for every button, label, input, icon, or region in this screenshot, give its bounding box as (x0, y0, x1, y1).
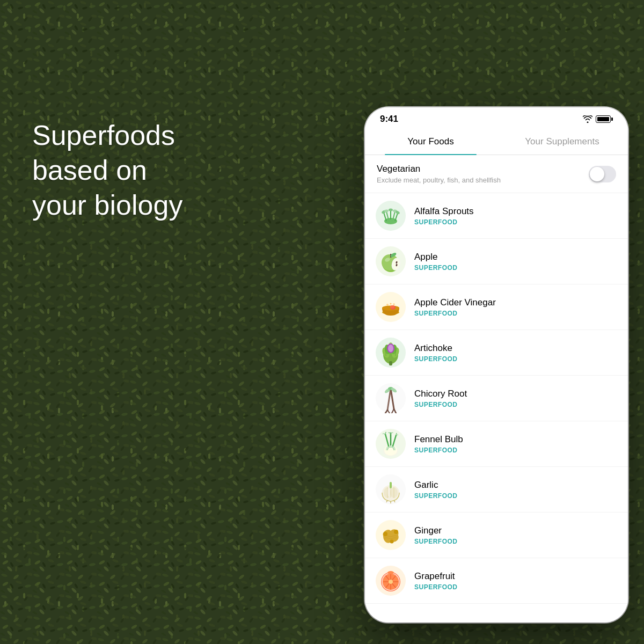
food-info-acv: Apple Cider Vinegar SUPERFOOD (414, 297, 496, 317)
wifi-icon (583, 115, 592, 123)
food-item-ginger[interactable]: Ginger SUPERFOOD (365, 513, 628, 558)
food-item-acv[interactable]: Apple Cider Vinegar SUPERFOOD (365, 284, 628, 330)
food-item-apple[interactable]: Apple SUPERFOOD (365, 239, 628, 284)
food-badge-ginger: SUPERFOOD (414, 538, 458, 545)
food-info-fennel: Fennel Bulb SUPERFOOD (414, 434, 463, 454)
hero-text-block: Superfoods based on your biology (32, 118, 182, 223)
food-badge-chicory: SUPERFOOD (414, 401, 467, 408)
vegetarian-text: Vegetarian Exclude meat, poultry, fish, … (377, 164, 501, 184)
svg-point-84 (383, 532, 387, 536)
food-info-garlic: Garlic SUPERFOOD (414, 480, 458, 500)
food-image-chicory (376, 383, 406, 413)
food-item-artichoke[interactable]: Artichoke SUPERFOOD (365, 330, 628, 376)
svg-point-96 (387, 571, 394, 574)
food-name-apple: Apple (414, 252, 458, 262)
food-image-acv (376, 292, 406, 322)
food-badge-alfalfa: SUPERFOOD (414, 218, 474, 226)
toggle-thumb (590, 167, 604, 181)
svg-point-51 (388, 345, 393, 352)
hero-line3: your biology (32, 189, 182, 221)
svg-rect-52 (389, 361, 392, 365)
food-info-artichoke: Artichoke SUPERFOOD (414, 343, 458, 363)
food-badge-artichoke: SUPERFOOD (414, 355, 458, 363)
food-image-ginger (376, 520, 406, 550)
status-time: 9:41 (380, 114, 398, 125)
tab-your-supplements[interactable]: Your Supplements (496, 129, 628, 155)
svg-point-22 (389, 209, 393, 211)
food-name-chicory: Chicory Root (414, 389, 467, 399)
food-name-acv: Apple Cider Vinegar (414, 297, 496, 308)
svg-point-38 (386, 304, 389, 306)
tabs-container: Your Foods Your Supplements (365, 129, 628, 155)
food-name-grapefruit: Grapefruit (414, 571, 458, 582)
svg-point-86 (390, 540, 394, 544)
food-item-garlic[interactable]: Garlic SUPERFOOD (365, 467, 628, 513)
food-info-ginger: Ginger SUPERFOOD (414, 525, 458, 545)
food-info-grapefruit: Grapefruit SUPERFOOD (414, 571, 458, 591)
food-name-artichoke: Artichoke (414, 343, 458, 354)
svg-point-94 (389, 580, 393, 584)
svg-rect-79 (390, 482, 392, 488)
svg-point-42 (390, 305, 394, 309)
food-badge-grapefruit: SUPERFOOD (414, 583, 458, 591)
vegetarian-subtitle: Exclude meat, poultry, fish, and shellfi… (377, 176, 501, 184)
food-badge-acv: SUPERFOOD (414, 310, 496, 317)
vegetarian-title: Vegetarian (377, 164, 501, 174)
food-image-alfalfa (376, 201, 406, 231)
tab-your-foods[interactable]: Your Foods (365, 129, 496, 155)
food-image-garlic (376, 474, 406, 504)
food-badge-garlic: SUPERFOOD (414, 492, 458, 500)
food-item-grapefruit[interactable]: Grapefruit SUPERFOOD (365, 558, 628, 604)
hero-line2: based on (32, 155, 147, 186)
food-image-grapefruit (376, 566, 406, 596)
food-name-ginger: Ginger (414, 525, 458, 536)
status-bar: 9:41 (365, 107, 628, 129)
vegetarian-row: Vegetarian Exclude meat, poultry, fish, … (365, 155, 628, 193)
svg-point-85 (394, 530, 398, 534)
food-info-alfalfa: Alfalfa Sprouts SUPERFOOD (414, 206, 474, 226)
phone-mockup: 9:41 Your F (365, 107, 628, 623)
food-image-artichoke (376, 338, 406, 368)
food-name-garlic: Garlic (414, 480, 458, 491)
food-badge-fennel: SUPERFOOD (414, 447, 463, 454)
food-info-apple: Apple SUPERFOOD (414, 252, 458, 272)
food-image-apple (376, 246, 406, 276)
svg-point-40 (393, 303, 395, 305)
svg-point-39 (390, 303, 392, 305)
food-list: Alfalfa Sprouts SUPERFOOD (365, 193, 628, 623)
food-name-alfalfa: Alfalfa Sprouts (414, 206, 474, 217)
food-image-fennel (376, 429, 406, 459)
food-item-alfalfa-sprouts[interactable]: Alfalfa Sprouts SUPERFOOD (365, 193, 628, 239)
hero-line1: Superfoods (32, 120, 175, 151)
food-name-fennel: Fennel Bulb (414, 434, 463, 445)
battery-icon (596, 115, 613, 123)
status-icons (583, 115, 613, 123)
food-item-chicory[interactable]: Chicory Root SUPERFOOD (365, 376, 628, 421)
vegetarian-toggle[interactable] (589, 166, 616, 182)
food-item-fennel[interactable]: Fennel Bulb SUPERFOOD (365, 421, 628, 467)
food-info-chicory: Chicory Root SUPERFOOD (414, 389, 467, 408)
food-badge-apple: SUPERFOOD (414, 264, 458, 272)
